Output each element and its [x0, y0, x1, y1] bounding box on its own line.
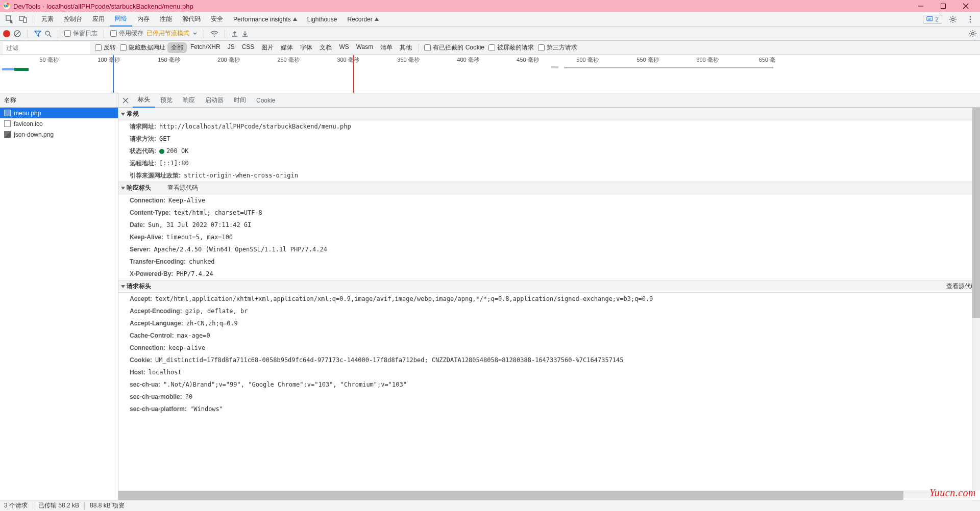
tab-性能[interactable]: 性能: [155, 12, 177, 27]
section-header[interactable]: 响应标头查看源代码: [118, 182, 980, 194]
type-filter-图片[interactable]: 图片: [258, 42, 277, 53]
detail-tab-预览[interactable]: 预览: [155, 93, 178, 108]
detail-tab-响应[interactable]: 响应: [178, 93, 200, 108]
type-filter-全部[interactable]: 全部: [167, 42, 187, 53]
disable-cache-checkbox[interactable]: 停用缓存: [110, 29, 143, 38]
wifi-icon[interactable]: [210, 30, 218, 37]
timeline-tick: 450 毫秒: [517, 56, 538, 64]
tab-lighthouse[interactable]: Lighthouse: [302, 12, 342, 27]
record-button[interactable]: [3, 30, 10, 37]
more-icon[interactable]: [965, 14, 976, 25]
timeline[interactable]: 50 毫秒100 毫秒150 毫秒200 毫秒250 毫秒300 毫秒350 毫…: [0, 55, 980, 93]
header-key: sec-ch-ua:: [130, 380, 160, 389]
type-filter-ws[interactable]: WS: [335, 42, 352, 53]
section-title: 常规: [127, 110, 139, 118]
detail-tab-时间[interactable]: 时间: [229, 93, 251, 108]
settings-icon[interactable]: [947, 14, 959, 25]
view-source-link[interactable]: 查看源代码: [167, 184, 198, 192]
timeline-tick: 100 毫秒: [97, 56, 119, 64]
tab-元素[interactable]: 元素: [36, 12, 59, 27]
type-filter-文档[interactable]: 文档: [316, 42, 335, 53]
type-filter-清单[interactable]: 清单: [377, 42, 396, 53]
header-value: zh-CN,zh;q=0.9: [186, 319, 238, 328]
header-row: sec-ch-ua-mobile:?0: [118, 391, 980, 403]
document-file-icon: [4, 120, 11, 127]
device-toggle-icon[interactable]: [17, 14, 29, 25]
request-item-label: json-down.png: [14, 131, 54, 138]
preserve-log-checkbox[interactable]: 保留日志: [64, 29, 97, 38]
header-row: 远程地址:[::1]:80: [118, 157, 980, 169]
detail-tab-标头[interactable]: 标头: [133, 93, 155, 108]
header-row: Content-Type:text/html; charset=UTF-8: [118, 207, 980, 219]
detail-body[interactable]: 常规请求网址:http://localhost/allPHPcode/starb…: [118, 108, 980, 500]
request-item[interactable]: favicon.ico: [0, 118, 118, 129]
tab-控制台[interactable]: 控制台: [59, 12, 87, 27]
tab-内存[interactable]: 内存: [132, 12, 155, 27]
image-file-icon: [4, 131, 11, 138]
header-key: X-Powered-By:: [130, 269, 173, 278]
tab-performance-insights[interactable]: Performance insights: [228, 12, 302, 27]
request-item[interactable]: menu.php: [0, 108, 118, 118]
tab-网络[interactable]: 网络: [110, 12, 132, 27]
blocked-requests-checkbox[interactable]: 被屏蔽的请求: [488, 43, 534, 52]
inspect-icon[interactable]: [4, 14, 15, 25]
svg-point-20: [45, 31, 50, 35]
type-filter-字体[interactable]: 字体: [297, 42, 316, 53]
close-detail-icon[interactable]: [118, 93, 133, 108]
network-settings-icon[interactable]: [969, 30, 977, 38]
svg-point-22: [214, 36, 215, 37]
search-icon[interactable]: [44, 30, 52, 37]
request-list-header[interactable]: 名称: [0, 93, 118, 108]
header-key: sec-ch-ua-platform:: [130, 404, 187, 414]
header-key: Cookie:: [130, 355, 152, 365]
header-row: Connection:keep-alive: [118, 342, 980, 354]
chevron-down-icon[interactable]: [192, 31, 198, 36]
header-value: text/html; charset=UTF-8: [174, 208, 262, 217]
type-filter-媒体[interactable]: 媒体: [277, 42, 297, 53]
tab-源代码[interactable]: 源代码: [177, 12, 206, 27]
type-filter-js[interactable]: JS: [224, 42, 238, 53]
header-row: Date:Sun, 31 Jul 2022 07:11:42 GI: [118, 219, 980, 231]
messages-badge[interactable]: 2: [923, 15, 942, 24]
status-transferred: 已传输 58.2 kB: [38, 501, 79, 510]
throttling-status[interactable]: 已停用节流模式: [146, 29, 189, 38]
tab-recorder[interactable]: Recorder: [342, 12, 383, 27]
type-filter-其他[interactable]: 其他: [396, 42, 415, 53]
vertical-scrollbar[interactable]: [972, 108, 980, 491]
type-filter-fetch/xhr[interactable]: Fetch/XHR: [187, 42, 224, 53]
section-header[interactable]: 常规: [118, 108, 980, 120]
minimize-button[interactable]: [910, 0, 932, 12]
triangle-down-icon: [121, 113, 125, 116]
svg-point-17: [970, 21, 971, 22]
blocked-cookies-checkbox[interactable]: 有已拦截的 Cookie: [424, 43, 484, 52]
timeline-tick: 500 毫秒: [576, 56, 598, 64]
type-filter-css[interactable]: CSS: [238, 42, 258, 53]
header-row: Accept-Encoding:gzip, deflate, br: [118, 305, 980, 317]
header-key: Transfer-Encoding:: [130, 257, 186, 266]
clear-icon[interactable]: [13, 30, 21, 38]
svg-point-16: [970, 18, 971, 20]
request-item[interactable]: json-down.png: [0, 129, 118, 140]
close-button[interactable]: [954, 0, 977, 12]
hide-data-urls-checkbox[interactable]: 隐藏数据网址: [120, 43, 165, 52]
filter-icon[interactable]: [34, 30, 41, 37]
filter-input[interactable]: [3, 42, 90, 54]
header-row: X-Powered-By:PHP/7.4.24: [118, 268, 980, 280]
header-key: Host:: [130, 368, 145, 377]
maximize-button[interactable]: [932, 0, 954, 12]
upload-icon[interactable]: [231, 30, 238, 37]
header-key: Connection:: [130, 343, 165, 352]
header-value: timeout=5, max=100: [166, 233, 233, 242]
header-row: Host:localhost: [118, 366, 980, 378]
detail-tab-启动器[interactable]: 启动器: [200, 93, 229, 108]
type-filter-wasm[interactable]: Wasm: [353, 42, 377, 53]
download-icon[interactable]: [241, 30, 249, 37]
tab-安全[interactable]: 安全: [206, 12, 228, 27]
horizontal-scrollbar[interactable]: [118, 491, 972, 500]
tab-应用[interactable]: 应用: [87, 12, 110, 27]
request-item-label: menu.php: [14, 110, 41, 117]
detail-tab-Cookie[interactable]: Cookie: [251, 93, 280, 108]
invert-checkbox[interactable]: 反转: [95, 43, 116, 52]
third-party-checkbox[interactable]: 第三方请求: [538, 43, 577, 52]
section-header[interactable]: 请求标头查看源代码: [118, 280, 980, 293]
